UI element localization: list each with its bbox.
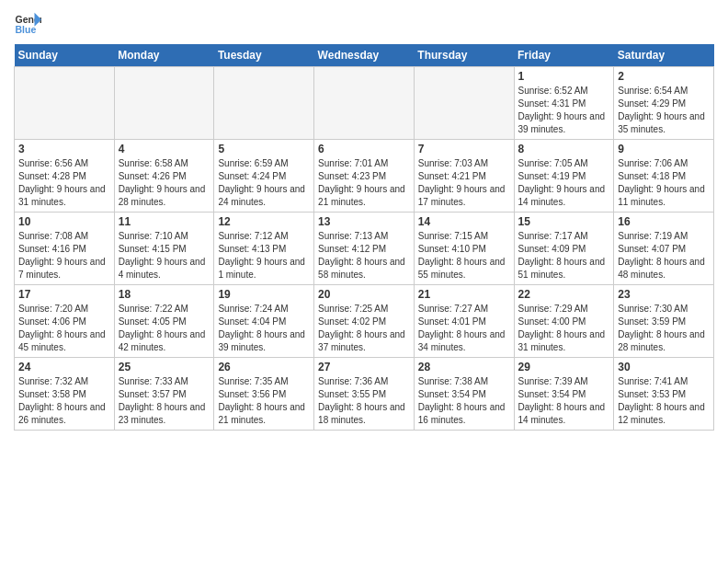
day-info: Sunrise: 6:54 AM Sunset: 4:29 PM Dayligh… [618, 85, 710, 136]
day-number: 14 [418, 215, 510, 228]
day-number: 15 [518, 215, 610, 228]
day-number: 22 [518, 288, 610, 301]
calendar-cell: 18Sunrise: 7:22 AM Sunset: 4:05 PM Dayli… [114, 285, 214, 358]
calendar-cell: 8Sunrise: 7:05 AM Sunset: 4:19 PM Daylig… [514, 140, 614, 213]
day-number: 5 [218, 143, 310, 155]
calendar-cell [15, 67, 115, 140]
day-number: 9 [618, 143, 710, 155]
header: General Blue [14, 9, 714, 37]
day-info: Sunrise: 7:19 AM Sunset: 4:07 PM Dayligh… [618, 230, 710, 282]
calendar-cell: 3Sunrise: 6:56 AM Sunset: 4:28 PM Daylig… [15, 140, 115, 213]
header-sunday: Sunday [15, 44, 115, 67]
calendar-cell: 17Sunrise: 7:20 AM Sunset: 4:06 PM Dayli… [15, 285, 115, 358]
calendar-week-2: 3Sunrise: 6:56 AM Sunset: 4:28 PM Daylig… [15, 140, 714, 213]
calendar-cell: 13Sunrise: 7:13 AM Sunset: 4:12 PM Dayli… [314, 213, 415, 285]
calendar-cell: 23Sunrise: 7:30 AM Sunset: 3:59 PM Dayli… [614, 285, 714, 358]
day-info: Sunrise: 7:06 AM Sunset: 4:18 PM Dayligh… [618, 157, 710, 209]
calendar-cell: 11Sunrise: 7:10 AM Sunset: 4:15 PM Dayli… [114, 213, 214, 285]
calendar-cell [214, 67, 314, 140]
day-number: 17 [18, 288, 110, 301]
calendar-cell: 4Sunrise: 6:58 AM Sunset: 4:26 PM Daylig… [114, 140, 214, 213]
day-number: 2 [618, 70, 710, 83]
page-container: General Blue SundayMondayTuesdayWednesda… [0, 0, 728, 440]
day-number: 13 [318, 215, 410, 228]
day-info: Sunrise: 7:33 AM Sunset: 3:57 PM Dayligh… [119, 375, 210, 427]
svg-text:Blue: Blue [16, 24, 37, 35]
calendar-cell: 5Sunrise: 6:59 AM Sunset: 4:24 PM Daylig… [214, 140, 314, 213]
calendar-cell: 30Sunrise: 7:41 AM Sunset: 3:53 PM Dayli… [614, 358, 714, 431]
calendar-cell: 25Sunrise: 7:33 AM Sunset: 3:57 PM Dayli… [114, 358, 214, 431]
calendar-cell: 9Sunrise: 7:06 AM Sunset: 4:18 PM Daylig… [614, 140, 714, 213]
day-number: 21 [418, 288, 510, 301]
day-info: Sunrise: 6:52 AM Sunset: 4:31 PM Dayligh… [518, 85, 610, 136]
day-number: 28 [418, 361, 510, 373]
day-info: Sunrise: 7:12 AM Sunset: 4:13 PM Dayligh… [218, 230, 310, 282]
day-info: Sunrise: 7:05 AM Sunset: 4:19 PM Dayligh… [518, 157, 610, 209]
day-number: 1 [518, 70, 610, 83]
calendar-cell: 1Sunrise: 6:52 AM Sunset: 4:31 PM Daylig… [514, 67, 614, 140]
calendar-table: SundayMondayTuesdayWednesdayThursdayFrid… [14, 44, 714, 431]
calendar-cell: 28Sunrise: 7:38 AM Sunset: 3:54 PM Dayli… [414, 358, 514, 431]
day-number: 23 [618, 288, 710, 301]
calendar-cell: 27Sunrise: 7:36 AM Sunset: 3:55 PM Dayli… [314, 358, 415, 431]
day-info: Sunrise: 7:13 AM Sunset: 4:12 PM Dayligh… [318, 230, 410, 282]
calendar-header-row: SundayMondayTuesdayWednesdayThursdayFrid… [15, 44, 714, 67]
day-info: Sunrise: 7:35 AM Sunset: 3:56 PM Dayligh… [218, 375, 310, 427]
calendar-cell [414, 67, 514, 140]
day-number: 20 [318, 288, 410, 301]
calendar-cell: 19Sunrise: 7:24 AM Sunset: 4:04 PM Dayli… [214, 285, 314, 358]
calendar-cell: 16Sunrise: 7:19 AM Sunset: 4:07 PM Dayli… [614, 213, 714, 285]
day-number: 18 [119, 288, 210, 301]
day-info: Sunrise: 7:03 AM Sunset: 4:21 PM Dayligh… [418, 157, 510, 209]
day-info: Sunrise: 7:22 AM Sunset: 4:05 PM Dayligh… [119, 303, 210, 354]
day-number: 24 [18, 361, 110, 373]
calendar-cell: 15Sunrise: 7:17 AM Sunset: 4:09 PM Dayli… [514, 213, 614, 285]
header-wednesday: Wednesday [314, 44, 415, 67]
calendar-cell: 7Sunrise: 7:03 AM Sunset: 4:21 PM Daylig… [414, 140, 514, 213]
calendar-week-1: 1Sunrise: 6:52 AM Sunset: 4:31 PM Daylig… [15, 67, 714, 140]
day-number: 4 [119, 143, 210, 155]
day-number: 8 [518, 143, 610, 155]
calendar-cell: 22Sunrise: 7:29 AM Sunset: 4:00 PM Dayli… [514, 285, 614, 358]
day-number: 3 [18, 143, 110, 155]
calendar-cell: 29Sunrise: 7:39 AM Sunset: 3:54 PM Dayli… [514, 358, 614, 431]
calendar-cell: 14Sunrise: 7:15 AM Sunset: 4:10 PM Dayli… [414, 213, 514, 285]
day-info: Sunrise: 7:15 AM Sunset: 4:10 PM Dayligh… [418, 230, 510, 282]
header-saturday: Saturday [614, 44, 714, 67]
calendar-cell: 20Sunrise: 7:25 AM Sunset: 4:02 PM Dayli… [314, 285, 415, 358]
header-tuesday: Tuesday [214, 44, 314, 67]
day-info: Sunrise: 7:29 AM Sunset: 4:00 PM Dayligh… [518, 303, 610, 354]
day-info: Sunrise: 7:24 AM Sunset: 4:04 PM Dayligh… [218, 303, 310, 354]
day-number: 12 [218, 215, 310, 228]
calendar-cell: 24Sunrise: 7:32 AM Sunset: 3:58 PM Dayli… [15, 358, 115, 431]
day-number: 6 [318, 143, 410, 155]
day-number: 29 [518, 361, 610, 373]
day-info: Sunrise: 7:36 AM Sunset: 3:55 PM Dayligh… [318, 375, 410, 427]
calendar-cell [114, 67, 214, 140]
calendar-cell: 10Sunrise: 7:08 AM Sunset: 4:16 PM Dayli… [15, 213, 115, 285]
day-number: 25 [119, 361, 210, 373]
day-number: 19 [218, 288, 310, 301]
logo-icon: General Blue [14, 9, 41, 37]
day-info: Sunrise: 7:17 AM Sunset: 4:09 PM Dayligh… [518, 230, 610, 282]
calendar-cell: 26Sunrise: 7:35 AM Sunset: 3:56 PM Dayli… [214, 358, 314, 431]
day-number: 10 [18, 215, 110, 228]
header-friday: Friday [514, 44, 614, 67]
day-number: 27 [318, 361, 410, 373]
day-info: Sunrise: 7:27 AM Sunset: 4:01 PM Dayligh… [418, 303, 510, 354]
calendar-week-5: 24Sunrise: 7:32 AM Sunset: 3:58 PM Dayli… [15, 358, 714, 431]
day-info: Sunrise: 6:59 AM Sunset: 4:24 PM Dayligh… [218, 157, 310, 209]
day-info: Sunrise: 7:38 AM Sunset: 3:54 PM Dayligh… [418, 375, 510, 427]
day-info: Sunrise: 7:30 AM Sunset: 3:59 PM Dayligh… [618, 303, 710, 354]
day-info: Sunrise: 7:08 AM Sunset: 4:16 PM Dayligh… [18, 230, 110, 282]
header-monday: Monday [114, 44, 214, 67]
day-number: 30 [618, 361, 710, 373]
day-number: 26 [218, 361, 310, 373]
day-info: Sunrise: 7:41 AM Sunset: 3:53 PM Dayligh… [618, 375, 710, 427]
calendar-cell: 2Sunrise: 6:54 AM Sunset: 4:29 PM Daylig… [614, 67, 714, 140]
day-info: Sunrise: 7:25 AM Sunset: 4:02 PM Dayligh… [318, 303, 410, 354]
day-number: 7 [418, 143, 510, 155]
logo: General Blue [14, 9, 45, 37]
day-info: Sunrise: 7:10 AM Sunset: 4:15 PM Dayligh… [119, 230, 210, 282]
day-number: 16 [618, 215, 710, 228]
